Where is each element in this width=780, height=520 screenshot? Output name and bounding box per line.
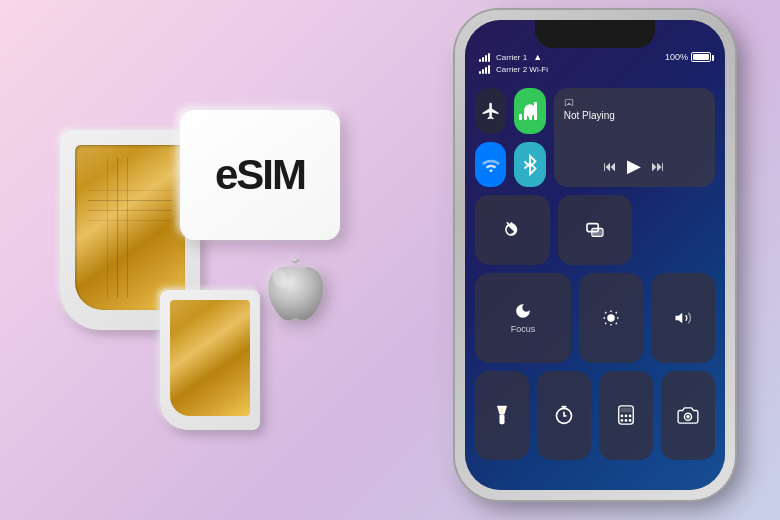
svg-point-35	[686, 415, 690, 419]
iphone-frame: Carrier 1 ▲ 100%	[455, 10, 735, 500]
svg-rect-9	[592, 229, 603, 237]
battery-fill	[693, 54, 709, 60]
svg-point-32	[625, 419, 628, 422]
signal-icon	[519, 102, 541, 120]
next-button[interactable]: ⏭	[651, 158, 665, 174]
svg-point-29	[625, 415, 628, 418]
airplane-mode-tile[interactable]	[475, 88, 506, 134]
moon-icon	[514, 302, 532, 320]
camera-tile[interactable]	[661, 371, 715, 460]
orientation-lock-tile[interactable]	[475, 195, 550, 265]
battery-icon	[691, 52, 711, 62]
previous-button[interactable]: ⏮	[603, 158, 617, 174]
screen-mirroring-tile[interactable]	[558, 195, 633, 265]
airplane-icon	[481, 101, 501, 121]
signal-bar	[482, 69, 484, 74]
signal-bar	[479, 71, 481, 74]
signal-bars-1	[479, 52, 490, 62]
camera-icon	[677, 406, 699, 424]
cellular-tile[interactable]	[514, 88, 545, 134]
esim-label: eSIM	[215, 151, 305, 199]
esim-card: eSIM	[180, 110, 340, 240]
calculator-icon	[617, 405, 635, 425]
svg-rect-5	[534, 102, 537, 120]
focus-tile[interactable]: Focus	[475, 273, 571, 362]
playback-controls: ⏮ ▶ ⏭	[564, 155, 705, 177]
conn-row-1	[475, 88, 546, 134]
flashlight-tile[interactable]	[475, 371, 529, 460]
connectivity-block	[475, 88, 546, 187]
flashlight-icon	[494, 404, 510, 426]
svg-rect-2	[519, 114, 522, 120]
conn-row-2	[475, 142, 546, 188]
control-center: Not Playing ⏮ ▶ ⏭	[475, 88, 715, 460]
svg-marker-19	[676, 313, 683, 324]
now-playing-tile[interactable]: Not Playing ⏮ ▶ ⏭	[554, 88, 715, 187]
wifi-status-icon: ▲	[533, 52, 542, 62]
brightness-icon	[602, 309, 620, 327]
volume-tile[interactable]	[651, 273, 715, 362]
cc-row-1: Not Playing ⏮ ▶ ⏭	[475, 88, 715, 187]
orientation-lock-icon	[503, 221, 521, 239]
calculator-tile[interactable]	[599, 371, 653, 460]
svg-line-18	[616, 312, 617, 313]
carrier2-text: Carrier 2 Wi-Fi	[496, 65, 548, 74]
now-playing-header	[564, 98, 705, 108]
iphone-screen: Carrier 1 ▲ 100%	[465, 20, 725, 490]
signal-bar	[485, 55, 487, 62]
focus-label: Focus	[511, 324, 536, 334]
signal-bars-2	[479, 64, 490, 74]
cc-row-3: Focus	[475, 273, 715, 362]
apple-logo	[240, 250, 330, 340]
wifi-tile[interactable]	[475, 142, 506, 188]
timer-tile[interactable]	[537, 371, 591, 460]
airplay-icon	[564, 98, 574, 108]
now-playing-title: Not Playing	[564, 110, 705, 121]
timer-icon	[554, 405, 574, 425]
svg-line-16	[616, 323, 617, 324]
signal-bar	[482, 57, 484, 62]
volume-icon	[673, 309, 693, 327]
svg-line-15	[605, 312, 606, 313]
left-section: eSIM	[0, 0, 420, 520]
svg-point-10	[607, 314, 615, 322]
bluetooth-icon	[522, 154, 538, 176]
signal-bar	[485, 67, 487, 74]
carrier1-line: Carrier 1 ▲ 100%	[479, 52, 711, 62]
sim-cards-container: eSIM	[50, 70, 370, 450]
cc-row-2	[475, 195, 715, 265]
svg-point-31	[621, 419, 624, 422]
svg-point-28	[621, 415, 624, 418]
screen-mirroring-icon	[585, 222, 605, 238]
sim-chip-pattern	[88, 158, 172, 298]
carrier2-line: Carrier 2 Wi-Fi	[479, 64, 711, 74]
iphone-container: Carrier 1 ▲ 100%	[430, 10, 760, 510]
signal-bar	[488, 53, 490, 62]
status-bar: Carrier 1 ▲ 100%	[479, 52, 711, 80]
brightness-tile[interactable]	[579, 273, 643, 362]
cc-row-4	[475, 371, 715, 460]
bluetooth-tile[interactable]	[514, 142, 545, 188]
svg-rect-21	[499, 414, 504, 424]
signal-bar	[479, 59, 481, 62]
play-button[interactable]: ▶	[627, 155, 641, 177]
svg-point-7	[528, 108, 532, 112]
svg-point-30	[629, 415, 632, 418]
carrier1-text: Carrier 1	[496, 53, 527, 62]
svg-line-17	[605, 323, 606, 324]
iphone-notch	[535, 20, 655, 48]
battery-indicator: 100%	[665, 52, 711, 62]
svg-point-33	[629, 419, 632, 422]
svg-rect-27	[621, 408, 632, 413]
battery-percentage: 100%	[665, 52, 688, 62]
wifi-icon	[480, 156, 502, 174]
signal-bar	[488, 65, 490, 74]
